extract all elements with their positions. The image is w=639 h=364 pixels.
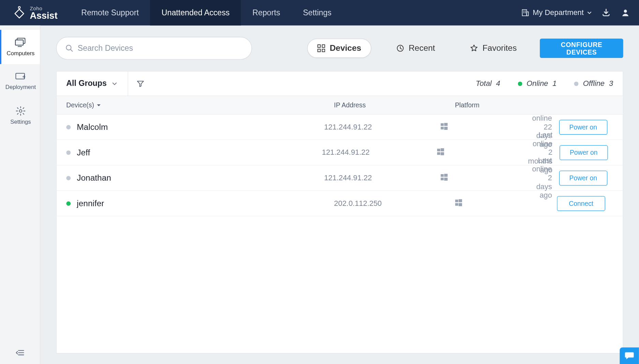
panel-header: All Groups Total 4 bbox=[57, 72, 623, 96]
sidebar-item-label: Computers bbox=[7, 50, 35, 56]
top-nav: Zoho Assist Remote Support Unattended Ac… bbox=[0, 0, 639, 26]
svg-rect-23 bbox=[441, 148, 444, 151]
sidebar-item-deployment[interactable]: Deployment bbox=[0, 64, 40, 98]
svg-rect-24 bbox=[437, 152, 441, 155]
segment-devices[interactable]: Devices bbox=[307, 39, 371, 58]
svg-rect-26 bbox=[441, 174, 444, 177]
user-icon bbox=[621, 8, 630, 17]
chevron-down-icon bbox=[112, 81, 117, 86]
svg-point-11 bbox=[19, 109, 22, 112]
segment-recent[interactable]: Recent bbox=[386, 39, 445, 58]
col-header-platform[interactable]: Platform bbox=[455, 101, 550, 109]
status-dot-icon bbox=[66, 201, 71, 206]
svg-rect-1 bbox=[522, 10, 526, 16]
table-body: Malcolm 121.244.91.22 Last online 22 day… bbox=[57, 115, 623, 353]
svg-point-7 bbox=[624, 10, 627, 13]
svg-rect-4 bbox=[525, 11, 526, 12]
segment-label: Devices bbox=[330, 43, 361, 53]
brand-name: Assist bbox=[30, 11, 58, 20]
profile-button[interactable] bbox=[621, 8, 630, 17]
svg-rect-13 bbox=[318, 45, 321, 47]
stat-online: Online 1 bbox=[518, 79, 556, 88]
power-on-button[interactable]: Power on bbox=[559, 170, 608, 185]
segment-favorites[interactable]: Favorites bbox=[460, 39, 527, 58]
status-dot-icon bbox=[66, 176, 71, 180]
search-box[interactable] bbox=[56, 37, 252, 60]
svg-rect-10 bbox=[16, 73, 25, 79]
svg-rect-33 bbox=[458, 203, 462, 206]
sidebar-item-computers[interactable]: Computers bbox=[0, 30, 40, 64]
filter-button[interactable] bbox=[137, 71, 144, 96]
deployment-icon bbox=[15, 72, 26, 81]
device-name: Malcolm bbox=[77, 122, 108, 132]
devices-panel: All Groups Total 4 bbox=[56, 71, 623, 354]
department-picker[interactable]: My Department bbox=[521, 8, 592, 17]
sidebar-item-label: Settings bbox=[10, 118, 31, 125]
svg-rect-29 bbox=[444, 178, 447, 181]
sort-caret-icon bbox=[97, 103, 101, 107]
connect-button[interactable]: Connect bbox=[557, 196, 605, 211]
brand: Zoho Assist bbox=[0, 0, 70, 26]
col-header-device[interactable]: Device(s) bbox=[66, 101, 334, 109]
power-on-button[interactable]: Power on bbox=[560, 145, 608, 160]
col-header-ip[interactable]: IP Address bbox=[334, 101, 455, 109]
toolbar: Devices Recent Favorites bbox=[56, 37, 623, 60]
svg-rect-30 bbox=[455, 199, 458, 202]
device-name: jennifer bbox=[77, 198, 104, 208]
computers-icon bbox=[15, 37, 26, 47]
svg-rect-15 bbox=[318, 49, 321, 52]
table-row[interactable]: Jonathan 121.244.91.22 Last online 2 day… bbox=[57, 165, 623, 191]
search-icon bbox=[65, 44, 73, 52]
main-area: Devices Recent Favorites bbox=[40, 26, 639, 364]
chat-icon bbox=[625, 351, 634, 360]
sidebar-item-settings[interactable]: Settings bbox=[0, 98, 40, 132]
device-ip: 121.244.91.22 bbox=[324, 123, 441, 132]
configure-devices-button[interactable]: CONFIGURE DEVICES bbox=[540, 39, 623, 58]
sidebar-item-label: Deployment bbox=[5, 84, 36, 90]
search-input[interactable] bbox=[78, 44, 243, 53]
platform-icon bbox=[455, 199, 550, 208]
star-icon bbox=[470, 44, 478, 52]
stat-total-value: 4 bbox=[496, 79, 500, 88]
stat-online-label: Online bbox=[526, 79, 548, 88]
platform-icon bbox=[437, 148, 528, 157]
segment-label: Favorites bbox=[482, 43, 517, 53]
download-button[interactable] bbox=[601, 8, 611, 17]
svg-rect-25 bbox=[441, 152, 444, 155]
tab-reports[interactable]: Reports bbox=[241, 0, 292, 26]
department-label: My Department bbox=[533, 8, 584, 17]
stat-offline: Offline 3 bbox=[574, 79, 613, 88]
svg-rect-19 bbox=[444, 123, 447, 126]
table-header: Device(s) IP Address Platform bbox=[57, 96, 623, 115]
stat-offline-value: 3 bbox=[609, 79, 613, 88]
stat-total-label: Total bbox=[476, 79, 492, 88]
svg-rect-16 bbox=[322, 49, 325, 52]
tab-unattended-access[interactable]: Unattended Access bbox=[150, 0, 241, 26]
device-name: Jonathan bbox=[77, 173, 111, 183]
group-selector[interactable]: All Groups bbox=[66, 71, 128, 96]
stat-total: Total 4 bbox=[476, 79, 500, 88]
brand-top-text: Zoho bbox=[30, 5, 58, 11]
svg-rect-2 bbox=[526, 12, 528, 16]
tab-remote-support[interactable]: Remote Support bbox=[70, 0, 150, 26]
device-ip: 121.244.91.22 bbox=[322, 148, 437, 157]
power-on-button[interactable]: Power on bbox=[559, 120, 608, 135]
view-segments: Devices Recent Favorites bbox=[307, 39, 527, 58]
svg-rect-18 bbox=[441, 123, 444, 126]
tab-settings[interactable]: Settings bbox=[292, 0, 343, 26]
device-ip: 121.244.91.22 bbox=[324, 173, 441, 182]
download-icon bbox=[602, 8, 611, 17]
grid-icon bbox=[317, 44, 325, 52]
svg-rect-28 bbox=[441, 178, 444, 180]
caret-down-icon bbox=[587, 11, 592, 15]
svg-rect-31 bbox=[458, 199, 462, 202]
filter-icon bbox=[137, 80, 144, 87]
chat-button[interactable] bbox=[620, 347, 639, 364]
group-selector-label: All Groups bbox=[66, 79, 106, 88]
sidebar-collapse-button[interactable] bbox=[0, 341, 40, 364]
svg-rect-14 bbox=[322, 45, 325, 47]
segment-label: Recent bbox=[408, 43, 435, 53]
gear-icon bbox=[16, 106, 25, 116]
status-dot-icon bbox=[66, 125, 71, 129]
svg-rect-32 bbox=[455, 203, 458, 206]
